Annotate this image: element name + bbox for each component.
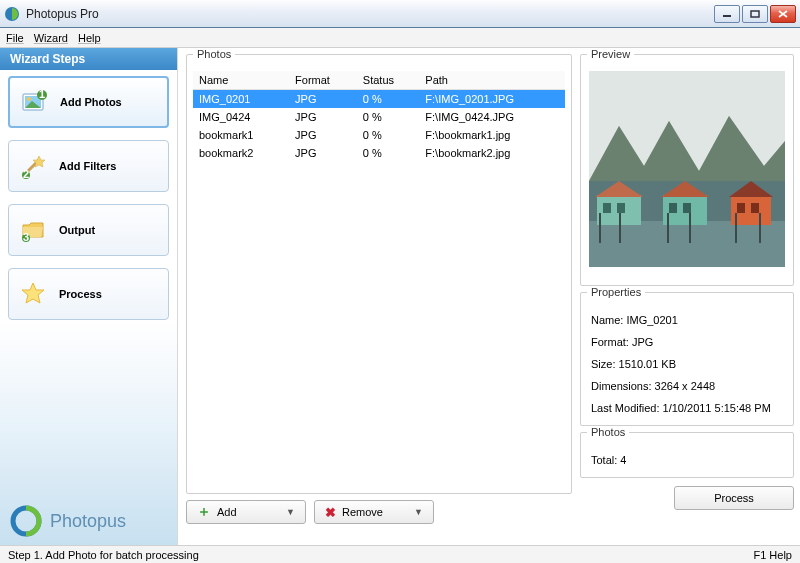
- photo-icon: 1: [20, 88, 48, 116]
- wizard-step-process[interactable]: Process: [8, 268, 169, 320]
- prop-size: 1510.01 KB: [619, 358, 677, 370]
- svg-rect-24: [599, 213, 601, 243]
- remove-button[interactable]: ✖Remove ▼: [314, 500, 434, 524]
- plus-icon: ＋: [197, 503, 211, 521]
- cell-name: bookmark2: [193, 144, 289, 162]
- svg-rect-28: [735, 213, 737, 243]
- col-path[interactable]: Path: [419, 71, 565, 90]
- cell-format: JPG: [289, 90, 357, 109]
- svg-rect-17: [617, 203, 625, 213]
- photos-count-panel: Photos Total: 4: [580, 432, 794, 478]
- cell-status: 0 %: [357, 126, 419, 144]
- wizard-step-label: Output: [59, 224, 95, 236]
- x-icon: ✖: [325, 505, 336, 520]
- svg-rect-29: [759, 213, 761, 243]
- cell-format: JPG: [289, 108, 357, 126]
- cell-name: IMG_0201: [193, 90, 289, 109]
- cell-path: F:\IMG_0424.JPG: [419, 108, 565, 126]
- preview-legend: Preview: [587, 48, 634, 60]
- prop-modified: 1/10/2011 5:15:48 PM: [663, 402, 771, 414]
- wizard-step-add-photos[interactable]: 1 Add Photos: [8, 76, 169, 128]
- cell-path: F:\IMG_0201.JPG: [419, 90, 565, 109]
- properties-legend: Properties: [587, 286, 645, 298]
- help-hint: F1 Help: [753, 549, 792, 561]
- prop-format: JPG: [632, 336, 653, 348]
- cell-format: JPG: [289, 126, 357, 144]
- app-logo: Photopus: [0, 493, 177, 545]
- wizard-step-label: Add Filters: [59, 160, 116, 172]
- close-button[interactable]: [770, 5, 796, 23]
- col-name[interactable]: Name: [193, 71, 289, 90]
- wizard-step-add-filters[interactable]: 2 Add Filters: [8, 140, 169, 192]
- prop-size-label: Size:: [591, 358, 615, 370]
- table-row[interactable]: bookmark1JPG0 %F:\bookmark1.jpg: [193, 126, 565, 144]
- menubar: File Wizard Help: [0, 28, 800, 48]
- cell-name: bookmark1: [193, 126, 289, 144]
- col-format[interactable]: Format: [289, 71, 357, 90]
- table-row[interactable]: IMG_0424JPG0 %F:\IMG_0424.JPG: [193, 108, 565, 126]
- chevron-down-icon: ▼: [286, 507, 295, 517]
- maximize-button[interactable]: [742, 5, 768, 23]
- prop-name: IMG_0201: [626, 314, 677, 326]
- prop-name-label: Name:: [591, 314, 623, 326]
- minimize-button[interactable]: [714, 5, 740, 23]
- process-label: Process: [714, 492, 754, 504]
- chevron-down-icon: ▼: [414, 507, 423, 517]
- table-row[interactable]: bookmark2JPG0 %F:\bookmark2.jpg: [193, 144, 565, 162]
- window-title: Photopus Pro: [26, 7, 714, 21]
- sidebar: Wizard Steps 1 Add Photos 2 Add Filters …: [0, 48, 178, 545]
- wizard-step-label: Process: [59, 288, 102, 300]
- add-label: Add: [217, 506, 237, 518]
- cell-name: IMG_0424: [193, 108, 289, 126]
- cell-path: F:\bookmark1.jpg: [419, 126, 565, 144]
- prop-dimensions: 3264 x 2448: [655, 380, 716, 392]
- table-row[interactable]: IMG_0201JPG0 %F:\IMG_0201.JPG: [193, 90, 565, 109]
- prop-modified-label: Last Modified:: [591, 402, 659, 414]
- photos-table[interactable]: Name Format Status Path IMG_0201JPG0 %F:…: [193, 71, 565, 162]
- app-logo-text: Photopus: [50, 511, 126, 532]
- svg-text:3: 3: [23, 231, 29, 243]
- wand-icon: 2: [19, 152, 47, 180]
- preview-image: [589, 71, 785, 267]
- star-icon: [19, 280, 47, 308]
- add-button[interactable]: ＋Add ▼: [186, 500, 306, 524]
- menu-help[interactable]: Help: [78, 32, 101, 44]
- svg-rect-20: [683, 203, 691, 213]
- sidebar-header: Wizard Steps: [0, 48, 177, 70]
- cell-status: 0 %: [357, 144, 419, 162]
- process-button[interactable]: Process: [674, 486, 794, 510]
- status-text: Step 1. Add Photo for batch processing: [8, 549, 199, 561]
- remove-label: Remove: [342, 506, 383, 518]
- app-icon: [4, 6, 20, 22]
- svg-rect-2: [751, 11, 759, 17]
- svg-point-5: [27, 97, 31, 101]
- svg-text:2: 2: [23, 168, 29, 180]
- svg-text:1: 1: [39, 88, 45, 100]
- svg-rect-26: [667, 213, 669, 243]
- total-label: Total:: [591, 454, 617, 466]
- svg-rect-25: [619, 213, 621, 243]
- col-status[interactable]: Status: [357, 71, 419, 90]
- properties-panel: Properties Name: IMG_0201 Format: JPG Si…: [580, 292, 794, 426]
- wizard-step-output[interactable]: 3 Output: [8, 204, 169, 256]
- cell-status: 0 %: [357, 90, 419, 109]
- cell-format: JPG: [289, 144, 357, 162]
- svg-rect-23: [751, 203, 759, 213]
- svg-rect-19: [669, 203, 677, 213]
- svg-rect-22: [737, 203, 745, 213]
- menu-file[interactable]: File: [6, 32, 24, 44]
- menu-wizard[interactable]: Wizard: [34, 32, 68, 44]
- photos-legend: Photos: [193, 48, 235, 60]
- svg-rect-16: [603, 203, 611, 213]
- folder-icon: 3: [19, 216, 47, 244]
- photos-panel: Photos Name Format Status Path IMG_0201J…: [186, 54, 572, 494]
- svg-rect-27: [689, 213, 691, 243]
- prop-dimensions-label: Dimensions:: [591, 380, 652, 392]
- statusbar: Step 1. Add Photo for batch processing F…: [0, 545, 800, 563]
- cell-status: 0 %: [357, 108, 419, 126]
- preview-panel: Preview: [580, 54, 794, 286]
- cell-path: F:\bookmark2.jpg: [419, 144, 565, 162]
- prop-format-label: Format:: [591, 336, 629, 348]
- svg-rect-1: [723, 15, 731, 17]
- titlebar: Photopus Pro: [0, 0, 800, 28]
